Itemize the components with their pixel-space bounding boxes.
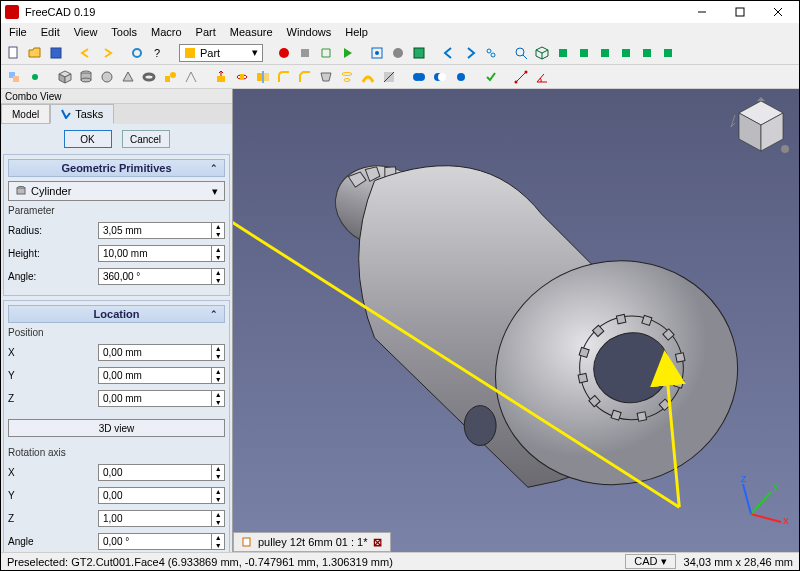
cone-icon[interactable] bbox=[119, 68, 137, 86]
minimize-button[interactable] bbox=[683, 2, 719, 22]
rot-z-input[interactable]: ▲▼ bbox=[98, 510, 225, 527]
rot-x-input[interactable]: ▲▼ bbox=[98, 464, 225, 481]
parameter-label: Parameter bbox=[8, 205, 225, 216]
cancel-button[interactable]: Cancel bbox=[122, 130, 170, 148]
cut-icon[interactable] bbox=[431, 68, 449, 86]
nav-cube[interactable] bbox=[729, 95, 793, 159]
rear-view-icon[interactable] bbox=[617, 44, 635, 62]
svg-point-12 bbox=[375, 51, 379, 55]
svg-point-42 bbox=[344, 78, 350, 81]
toolbar-row-2 bbox=[1, 65, 799, 89]
bbox-icon[interactable] bbox=[410, 44, 428, 62]
menu-windows[interactable]: Windows bbox=[287, 26, 332, 38]
measure-angular-icon[interactable] bbox=[533, 68, 551, 86]
close-button[interactable] bbox=[759, 2, 795, 22]
fit-all-icon[interactable] bbox=[368, 44, 386, 62]
pos-y-input[interactable]: ▲▼ bbox=[98, 367, 225, 384]
link-icon[interactable] bbox=[482, 44, 500, 62]
stop-macro-icon[interactable] bbox=[296, 44, 314, 62]
save-icon[interactable] bbox=[47, 44, 65, 62]
nav-right-icon[interactable] bbox=[461, 44, 479, 62]
rot-a-input[interactable]: ▲▼ bbox=[98, 533, 225, 550]
front-view-icon[interactable] bbox=[554, 44, 572, 62]
svg-text:?: ? bbox=[154, 47, 160, 59]
sweep-icon[interactable] bbox=[359, 68, 377, 86]
section-icon[interactable] bbox=[380, 68, 398, 86]
ok-button[interactable]: OK bbox=[64, 130, 112, 148]
document-tab[interactable]: pulley 12t 6mm 01 : 1* ⊠ bbox=[233, 532, 391, 552]
torus-icon[interactable] bbox=[140, 68, 158, 86]
3d-viewport[interactable]: x y z pulley 12t 6mm 01 : 1* ⊠ bbox=[233, 89, 799, 552]
fuse-icon[interactable] bbox=[410, 68, 428, 86]
sphere-icon[interactable] bbox=[98, 68, 116, 86]
make-compound-icon[interactable] bbox=[5, 68, 23, 86]
fillet-icon[interactable] bbox=[275, 68, 293, 86]
refresh-icon[interactable] bbox=[128, 44, 146, 62]
pos-z-input[interactable]: ▲▼ bbox=[98, 390, 225, 407]
svg-point-15 bbox=[487, 49, 491, 53]
radius-input[interactable]: ▲▼ bbox=[98, 222, 225, 239]
rot-y-input[interactable]: ▲▼ bbox=[98, 487, 225, 504]
run-macro-icon[interactable] bbox=[338, 44, 356, 62]
measure-linear-icon[interactable] bbox=[512, 68, 530, 86]
svg-rect-10 bbox=[301, 49, 309, 57]
menu-help[interactable]: Help bbox=[345, 26, 368, 38]
nav-style-selector[interactable]: CAD ▾ bbox=[625, 554, 675, 569]
cube-icon[interactable] bbox=[56, 68, 74, 86]
menu-macro[interactable]: Macro bbox=[151, 26, 182, 38]
pos-x-input[interactable]: ▲▼ bbox=[98, 344, 225, 361]
mirror-icon[interactable] bbox=[254, 68, 272, 86]
height-input[interactable]: ▲▼ bbox=[98, 245, 225, 262]
right-view-icon[interactable] bbox=[596, 44, 614, 62]
chamfer-icon[interactable] bbox=[296, 68, 314, 86]
window-titlebar: FreeCAD 0.19 bbox=[1, 1, 799, 23]
location-header[interactable]: Location ⌃ bbox=[8, 305, 225, 323]
svg-line-66 bbox=[751, 492, 771, 514]
new-icon[interactable] bbox=[5, 44, 23, 62]
open-icon[interactable] bbox=[26, 44, 44, 62]
draw-style-icon[interactable] bbox=[389, 44, 407, 62]
top-view-icon[interactable] bbox=[575, 44, 593, 62]
maximize-button[interactable] bbox=[721, 2, 757, 22]
primitives-header[interactable]: Geometric Primitives ⌃ bbox=[8, 159, 225, 177]
cylinder-icon[interactable] bbox=[77, 68, 95, 86]
workbench-selector[interactable]: Part ▾ bbox=[179, 44, 263, 62]
macros-icon[interactable] bbox=[317, 44, 335, 62]
bottom-view-icon[interactable] bbox=[638, 44, 656, 62]
svg-rect-23 bbox=[643, 49, 651, 57]
tab-tasks[interactable]: Tasks bbox=[50, 104, 114, 124]
iso-view-icon[interactable] bbox=[533, 44, 551, 62]
combo-view-panel: Combo View Model Tasks OK Cancel Geometr… bbox=[1, 89, 233, 552]
redo-icon[interactable] bbox=[98, 44, 116, 62]
whatsthis-icon[interactable]: ? bbox=[149, 44, 167, 62]
left-view-icon[interactable] bbox=[659, 44, 677, 62]
loft-icon[interactable] bbox=[338, 68, 356, 86]
close-tab-icon[interactable]: ⊠ bbox=[373, 536, 382, 549]
primitives-icon[interactable] bbox=[161, 68, 179, 86]
svg-point-48 bbox=[438, 73, 446, 81]
svg-point-34 bbox=[170, 72, 176, 78]
zoom-icon[interactable] bbox=[512, 44, 530, 62]
menu-view[interactable]: View bbox=[74, 26, 98, 38]
menu-measure[interactable]: Measure bbox=[230, 26, 273, 38]
explode-icon[interactable] bbox=[26, 68, 44, 86]
record-macro-icon[interactable] bbox=[275, 44, 293, 62]
check-geom-icon[interactable] bbox=[482, 68, 500, 86]
nav-left-icon[interactable] bbox=[440, 44, 458, 62]
revolve-icon[interactable] bbox=[233, 68, 251, 86]
menu-file[interactable]: File bbox=[9, 26, 27, 38]
menu-tools[interactable]: Tools bbox=[111, 26, 137, 38]
extrude-icon[interactable] bbox=[212, 68, 230, 86]
primitive-select[interactable]: Cylinder ▾ bbox=[8, 181, 225, 201]
angle-input[interactable]: ▲▼ bbox=[98, 268, 225, 285]
undo-icon[interactable] bbox=[77, 44, 95, 62]
svg-rect-24 bbox=[664, 49, 672, 57]
tab-model[interactable]: Model bbox=[1, 104, 50, 124]
menu-edit[interactable]: Edit bbox=[41, 26, 60, 38]
common-icon[interactable] bbox=[452, 68, 470, 86]
ruled-icon[interactable] bbox=[317, 68, 335, 86]
menu-part[interactable]: Part bbox=[196, 26, 216, 38]
3d-view-button[interactable]: 3D view bbox=[8, 419, 225, 437]
svg-line-18 bbox=[523, 55, 527, 59]
shapebuilder-icon[interactable] bbox=[182, 68, 200, 86]
